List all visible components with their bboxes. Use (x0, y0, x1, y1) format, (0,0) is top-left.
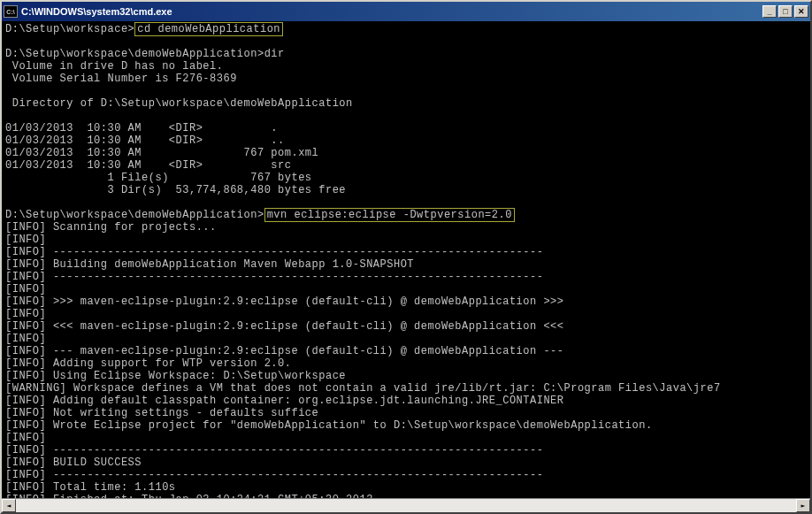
terminal-line: [INFO] --- maven-eclipse-plugin:2.9:ecli… (5, 345, 564, 357)
terminal-line: [INFO] Building demoWebApplication Maven… (5, 258, 414, 271)
minimize-button[interactable]: _ (762, 5, 777, 18)
terminal-line: [INFO] ---------------------------------… (5, 271, 543, 283)
terminal-line: 3 Dir(s) 53,774,868,480 bytes free (5, 184, 346, 196)
terminal-line: [INFO] Wrote Eclipse project for "demoWe… (5, 419, 653, 432)
terminal-line: [INFO] ---------------------------------… (5, 469, 543, 481)
highlighted-command-cd: cd demoWebApplication (134, 22, 283, 36)
scrollbar-track[interactable] (16, 499, 796, 512)
terminal-line: 1 File(s) 767 bytes (5, 172, 312, 184)
terminal-output[interactable]: D:\Setup\workspace>cd demoWebApplication… (2, 21, 810, 498)
maximize-button[interactable]: □ (778, 5, 793, 18)
terminal-line: [WARNING] Workspace defines a VM that do… (5, 382, 721, 395)
window-controls: _ □ ✕ (762, 5, 808, 18)
terminal-line: [INFO] (5, 283, 46, 295)
cmd-icon: C:\ (4, 5, 18, 18)
terminal-line: D:\Setup\workspace\demoWebApplication>di… (5, 48, 285, 60)
terminal-line: [INFO] (5, 432, 46, 444)
terminal-line: [INFO] Adding support for WTP version 2.… (5, 357, 291, 370)
terminal-line: 01/03/2013 10:30 AM <DIR> .. (5, 134, 285, 147)
window-title: C:\WINDOWS\system32\cmd.exe (21, 6, 762, 17)
scroll-right-button[interactable]: ► (796, 499, 810, 512)
terminal-line: [INFO] ---------------------------------… (5, 444, 543, 456)
cmd-window: C:\ C:\WINDOWS\system32\cmd.exe _ □ ✕ D:… (0, 0, 812, 514)
terminal-line: Volume in drive D has no label. (5, 60, 223, 73)
terminal-line: [INFO] Adding default classpath containe… (5, 395, 564, 407)
terminal-line: [INFO] ---------------------------------… (5, 246, 543, 258)
scroll-left-button[interactable]: ◄ (2, 499, 16, 512)
terminal-line: [INFO] (5, 333, 46, 345)
terminal-line: [INFO] >>> maven-eclipse-plugin:2.9:ecli… (5, 295, 564, 308)
terminal-line: Directory of D:\Setup\workspace\demoWebA… (5, 97, 353, 110)
title-bar[interactable]: C:\ C:\WINDOWS\system32\cmd.exe _ □ ✕ (2, 2, 810, 21)
highlighted-command-mvn: mvn eclipse:eclipse -Dwtpversion=2.0 (264, 208, 515, 222)
terminal-line: [INFO] Total time: 1.110s (5, 481, 176, 494)
terminal-line: [INFO] Not writing settings - defaults s… (5, 407, 318, 419)
terminal-line: [INFO] BUILD SUCCESS (5, 456, 142, 469)
terminal-line: [INFO] Using Eclipse Workspace: D:\Setup… (5, 370, 346, 382)
horizontal-scrollbar[interactable]: ◄ ► (2, 498, 810, 512)
terminal-line: Volume Serial Number is F276-8369 (5, 73, 237, 85)
terminal-line: 01/03/2013 10:30 AM <DIR> . (5, 122, 278, 134)
prompt: D:\Setup\workspace> (5, 23, 134, 35)
terminal-line: 01/03/2013 10:30 AM 767 pom.xml (5, 147, 318, 159)
close-button[interactable]: ✕ (794, 5, 808, 18)
terminal-line: [INFO] Scanning for projects... (5, 221, 217, 234)
terminal-line: [INFO] (5, 234, 46, 246)
terminal-line: [INFO] <<< maven-eclipse-plugin:2.9:ecli… (5, 320, 564, 333)
prompt: D:\Setup\workspace\demoWebApplication> (5, 209, 264, 221)
terminal-line: 01/03/2013 10:30 AM <DIR> src (5, 159, 291, 172)
terminal-line: [INFO] (5, 308, 46, 320)
